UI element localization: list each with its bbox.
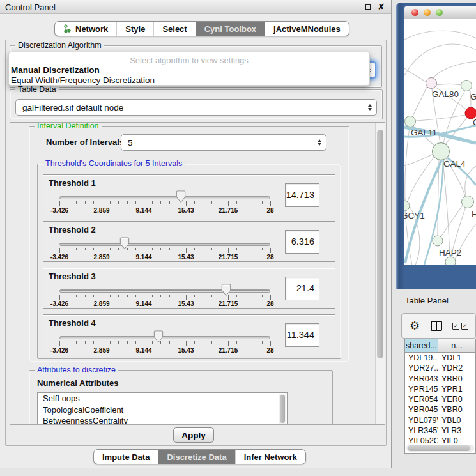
combo-arrows-icon [368, 104, 372, 111]
threshold-label: Threshold 1 [49, 178, 96, 188]
network-edge [405, 127, 410, 201]
minimize-traffic-light-icon[interactable] [424, 9, 431, 16]
table-row[interactable]: YBR043CYBR0 [405, 374, 475, 384]
apply-button[interactable]: Apply [173, 427, 214, 443]
table-data-title: Table Data [15, 85, 59, 94]
network-node[interactable] [445, 257, 456, 265]
horizontal-scrollbar[interactable] [406, 445, 474, 452]
threshold-panel: Threshold 1-3.4262.8599.14415.4321.71528… [43, 174, 335, 215]
attribute-item[interactable]: BetweennessCentrality [38, 415, 287, 425]
threshold-value-field[interactable]: 6.316 [285, 230, 319, 254]
tab-cyni-toolbox[interactable]: Cyni Toolbox [196, 22, 265, 36]
window-title: Control Panel [5, 3, 56, 12]
table-header-row: shared... n... [405, 339, 475, 353]
network-node[interactable] [462, 196, 474, 208]
network-node-label: H [472, 210, 476, 219]
tab-select[interactable]: Select [153, 22, 195, 36]
network-edge [433, 61, 476, 78]
tab-label: Discretize Data [167, 452, 226, 462]
cell-name: YDL1 [438, 353, 475, 363]
tab-network[interactable]: Network [55, 22, 116, 36]
checkbox-icon[interactable] [461, 323, 468, 330]
cell-name: YBL0 [438, 415, 475, 426]
network-node[interactable] [405, 116, 416, 127]
slider-track[interactable] [59, 196, 270, 199]
slider-ticks [59, 201, 270, 207]
cell-shared-name: YER054C [405, 394, 438, 404]
algorithm-prompt: Select algorithm to view settings [9, 52, 369, 65]
scrollbar-thumb[interactable] [408, 445, 470, 451]
algorithm-option[interactable]: Manual Discretization [9, 65, 369, 75]
tab-discretize-data[interactable]: Discretize Data [158, 450, 234, 464]
table-row[interactable]: YLR345WYLR3 [405, 426, 475, 436]
slider-tick-labels: -3.4262.8599.14415.4321.71528 [59, 207, 270, 214]
table-body: YDL19...YDL1YDR27...YDR2YBR043CYBR0YPR14… [405, 353, 475, 447]
cell-shared-name: YBR043C [405, 374, 438, 384]
scrollbar-thumb[interactable] [377, 130, 383, 358]
float-window-icon[interactable] [365, 4, 371, 10]
cell-name: YDR2 [438, 363, 475, 373]
slider-tick-labels: -3.4262.8599.14415.4321.71528 [59, 300, 270, 307]
tab-style[interactable]: Style [116, 22, 153, 36]
slider-track[interactable] [59, 336, 270, 339]
close-icon[interactable]: ✘ [378, 2, 385, 12]
table-data-group: Table Data galFiltered.sif default node [10, 89, 383, 119]
checkbox-icon[interactable] [452, 323, 459, 330]
screen: Control Panel ✘ NetworkStyleSelectCyni T… [0, 0, 476, 476]
network-edge [404, 68, 426, 82]
table-row[interactable]: YDL19...YDL1 [405, 353, 475, 363]
gear-icon[interactable]: ⚙ [410, 320, 420, 332]
network-edge [416, 115, 465, 121]
thresholds-group-title: Threshold's Coordinates for 5 Intervals [43, 159, 185, 168]
cell-name: YBR0 [438, 404, 475, 415]
attribute-item[interactable]: SelfLoops [38, 393, 287, 404]
numerical-attributes-list[interactable]: SelfLoopsTopologicalCoefficientBetweenne… [37, 392, 288, 425]
number-of-intervals-label: Number of Intervals [46, 137, 124, 147]
threshold-value-field[interactable]: 21.4 [285, 277, 319, 300]
algorithm-option[interactable]: Equal Width/Frequency Discretization [9, 75, 369, 86]
table-toolbar: ⚙ [401, 313, 476, 339]
table-row[interactable]: YPR145WYPR1 [405, 384, 475, 394]
control-panel-titlebar: Control Panel ✘ [0, 0, 391, 14]
network-edge [404, 154, 433, 167]
top-tab-strip: NetworkStyleSelectCyni ToolboxjActiveMNo… [54, 21, 349, 36]
table-row[interactable]: YER054CYER0 [405, 394, 475, 404]
network-node[interactable] [426, 78, 437, 89]
network-node[interactable] [433, 236, 443, 246]
node-attribute-table: shared... n... YDL19...YDL1YDR27...YDR2Y… [404, 339, 476, 454]
network-node[interactable] [433, 143, 450, 160]
zoom-traffic-light-icon[interactable] [436, 9, 443, 16]
tab-impute-data[interactable]: Impute Data [94, 450, 158, 464]
tab-infer-network[interactable]: Infer Network [235, 450, 305, 464]
table-row[interactable]: YDR27...YDR2 [405, 363, 475, 373]
tab-jactivemnodules[interactable]: jActiveMNodules [265, 22, 349, 36]
threshold-value-field[interactable]: 11.344 [285, 323, 319, 347]
network-node[interactable] [404, 201, 410, 211]
network-canvas[interactable]: GAL80GACGAL11GAL4GCY1HHAP2 [404, 19, 476, 265]
cell-name: YLR3 [438, 426, 475, 436]
attributes-group-title: Attributes to discretize [35, 365, 118, 374]
column-header-name[interactable]: n... [438, 339, 475, 352]
slider-track[interactable] [59, 243, 270, 246]
close-traffic-light-icon[interactable] [411, 9, 418, 16]
table-row[interactable]: YBR045CYBR0 [405, 404, 475, 415]
table-row[interactable]: YBL079WYBL0 [405, 415, 475, 426]
columns-icon[interactable] [431, 321, 442, 331]
numerical-attributes-label: Numerical Attributes [37, 378, 118, 388]
column-header-shared[interactable]: shared... [405, 339, 438, 352]
network-node[interactable] [461, 81, 472, 91]
list-scrollbar[interactable] [279, 394, 286, 425]
slider-track[interactable] [59, 289, 270, 293]
cell-name: YPR1 [438, 384, 475, 394]
threshold-label: Threshold 2 [49, 225, 96, 234]
network-node-label: GAL4 [443, 159, 466, 169]
network-node-label: GCY1 [404, 211, 425, 220]
vertical-scrollbar[interactable] [375, 123, 385, 424]
threshold-value-field[interactable]: 14.713 [285, 183, 319, 207]
number-of-intervals-combobox[interactable]: 5 [121, 134, 326, 151]
attribute-item[interactable]: TopologicalCoefficient [38, 404, 287, 416]
table-panel-title: Table Panel [405, 296, 449, 305]
table-data-combobox[interactable]: galFiltered.sif default node [15, 99, 377, 116]
tab-label: jActiveMNodules [273, 24, 341, 34]
attributes-group: Attributes to discretize Numerical Attri… [29, 370, 333, 425]
